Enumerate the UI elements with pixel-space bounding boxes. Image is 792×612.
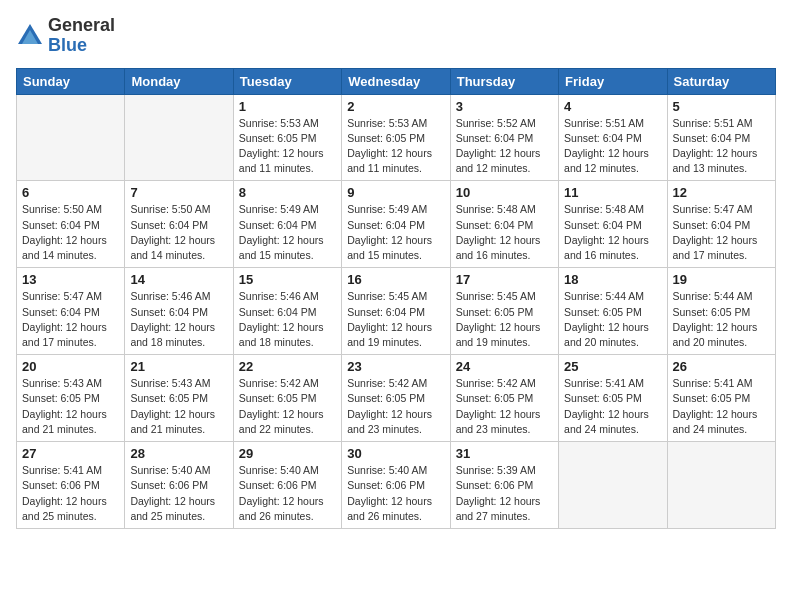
- day-number: 6: [22, 185, 119, 200]
- day-number: 17: [456, 272, 553, 287]
- calendar-cell: 4Sunrise: 5:51 AM Sunset: 6:04 PM Daylig…: [559, 94, 667, 181]
- logo-blue-text: Blue: [48, 35, 87, 55]
- column-header-tuesday: Tuesday: [233, 68, 341, 94]
- calendar-cell: 25Sunrise: 5:41 AM Sunset: 6:05 PM Dayli…: [559, 355, 667, 442]
- day-number: 11: [564, 185, 661, 200]
- day-info: Sunrise: 5:47 AM Sunset: 6:04 PM Dayligh…: [22, 289, 119, 350]
- calendar-cell: 6Sunrise: 5:50 AM Sunset: 6:04 PM Daylig…: [17, 181, 125, 268]
- day-number: 10: [456, 185, 553, 200]
- logo-icon: [16, 22, 44, 50]
- day-number: 29: [239, 446, 336, 461]
- day-number: 1: [239, 99, 336, 114]
- calendar-cell: 11Sunrise: 5:48 AM Sunset: 6:04 PM Dayli…: [559, 181, 667, 268]
- calendar-cell: 20Sunrise: 5:43 AM Sunset: 6:05 PM Dayli…: [17, 355, 125, 442]
- calendar-cell: 5Sunrise: 5:51 AM Sunset: 6:04 PM Daylig…: [667, 94, 775, 181]
- day-info: Sunrise: 5:48 AM Sunset: 6:04 PM Dayligh…: [456, 202, 553, 263]
- day-number: 23: [347, 359, 444, 374]
- calendar-week-row: 13Sunrise: 5:47 AM Sunset: 6:04 PM Dayli…: [17, 268, 776, 355]
- day-number: 14: [130, 272, 227, 287]
- day-number: 15: [239, 272, 336, 287]
- day-info: Sunrise: 5:53 AM Sunset: 6:05 PM Dayligh…: [347, 116, 444, 177]
- day-number: 30: [347, 446, 444, 461]
- calendar-cell: 7Sunrise: 5:50 AM Sunset: 6:04 PM Daylig…: [125, 181, 233, 268]
- day-info: Sunrise: 5:42 AM Sunset: 6:05 PM Dayligh…: [347, 376, 444, 437]
- day-info: Sunrise: 5:53 AM Sunset: 6:05 PM Dayligh…: [239, 116, 336, 177]
- day-info: Sunrise: 5:39 AM Sunset: 6:06 PM Dayligh…: [456, 463, 553, 524]
- calendar-week-row: 27Sunrise: 5:41 AM Sunset: 6:06 PM Dayli…: [17, 442, 776, 529]
- calendar-cell: 3Sunrise: 5:52 AM Sunset: 6:04 PM Daylig…: [450, 94, 558, 181]
- calendar-cell: 16Sunrise: 5:45 AM Sunset: 6:04 PM Dayli…: [342, 268, 450, 355]
- day-number: 27: [22, 446, 119, 461]
- calendar-cell: 14Sunrise: 5:46 AM Sunset: 6:04 PM Dayli…: [125, 268, 233, 355]
- day-number: 19: [673, 272, 770, 287]
- day-info: Sunrise: 5:49 AM Sunset: 6:04 PM Dayligh…: [347, 202, 444, 263]
- day-info: Sunrise: 5:41 AM Sunset: 6:06 PM Dayligh…: [22, 463, 119, 524]
- calendar-week-row: 1Sunrise: 5:53 AM Sunset: 6:05 PM Daylig…: [17, 94, 776, 181]
- day-info: Sunrise: 5:40 AM Sunset: 6:06 PM Dayligh…: [239, 463, 336, 524]
- day-info: Sunrise: 5:43 AM Sunset: 6:05 PM Dayligh…: [22, 376, 119, 437]
- day-info: Sunrise: 5:51 AM Sunset: 6:04 PM Dayligh…: [673, 116, 770, 177]
- calendar-cell: 24Sunrise: 5:42 AM Sunset: 6:05 PM Dayli…: [450, 355, 558, 442]
- column-header-friday: Friday: [559, 68, 667, 94]
- calendar-cell: 21Sunrise: 5:43 AM Sunset: 6:05 PM Dayli…: [125, 355, 233, 442]
- day-number: 21: [130, 359, 227, 374]
- day-info: Sunrise: 5:49 AM Sunset: 6:04 PM Dayligh…: [239, 202, 336, 263]
- day-info: Sunrise: 5:42 AM Sunset: 6:05 PM Dayligh…: [456, 376, 553, 437]
- day-info: Sunrise: 5:48 AM Sunset: 6:04 PM Dayligh…: [564, 202, 661, 263]
- day-info: Sunrise: 5:46 AM Sunset: 6:04 PM Dayligh…: [239, 289, 336, 350]
- day-number: 22: [239, 359, 336, 374]
- calendar-cell: 31Sunrise: 5:39 AM Sunset: 6:06 PM Dayli…: [450, 442, 558, 529]
- day-info: Sunrise: 5:40 AM Sunset: 6:06 PM Dayligh…: [130, 463, 227, 524]
- day-number: 13: [22, 272, 119, 287]
- calendar-cell: 15Sunrise: 5:46 AM Sunset: 6:04 PM Dayli…: [233, 268, 341, 355]
- day-number: 9: [347, 185, 444, 200]
- calendar-cell: 8Sunrise: 5:49 AM Sunset: 6:04 PM Daylig…: [233, 181, 341, 268]
- calendar-cell: 23Sunrise: 5:42 AM Sunset: 6:05 PM Dayli…: [342, 355, 450, 442]
- calendar-cell: 29Sunrise: 5:40 AM Sunset: 6:06 PM Dayli…: [233, 442, 341, 529]
- calendar-cell: 19Sunrise: 5:44 AM Sunset: 6:05 PM Dayli…: [667, 268, 775, 355]
- calendar-cell: [17, 94, 125, 181]
- calendar-cell: [125, 94, 233, 181]
- day-info: Sunrise: 5:50 AM Sunset: 6:04 PM Dayligh…: [22, 202, 119, 263]
- calendar-cell: 27Sunrise: 5:41 AM Sunset: 6:06 PM Dayli…: [17, 442, 125, 529]
- day-number: 4: [564, 99, 661, 114]
- column-header-sunday: Sunday: [17, 68, 125, 94]
- column-header-thursday: Thursday: [450, 68, 558, 94]
- day-number: 28: [130, 446, 227, 461]
- calendar-cell: 10Sunrise: 5:48 AM Sunset: 6:04 PM Dayli…: [450, 181, 558, 268]
- calendar-cell: 30Sunrise: 5:40 AM Sunset: 6:06 PM Dayli…: [342, 442, 450, 529]
- calendar-week-row: 20Sunrise: 5:43 AM Sunset: 6:05 PM Dayli…: [17, 355, 776, 442]
- day-info: Sunrise: 5:45 AM Sunset: 6:05 PM Dayligh…: [456, 289, 553, 350]
- calendar-week-row: 6Sunrise: 5:50 AM Sunset: 6:04 PM Daylig…: [17, 181, 776, 268]
- day-info: Sunrise: 5:41 AM Sunset: 6:05 PM Dayligh…: [673, 376, 770, 437]
- calendar-cell: 2Sunrise: 5:53 AM Sunset: 6:05 PM Daylig…: [342, 94, 450, 181]
- calendar-cell: [559, 442, 667, 529]
- day-info: Sunrise: 5:44 AM Sunset: 6:05 PM Dayligh…: [564, 289, 661, 350]
- day-info: Sunrise: 5:45 AM Sunset: 6:04 PM Dayligh…: [347, 289, 444, 350]
- day-number: 12: [673, 185, 770, 200]
- day-info: Sunrise: 5:41 AM Sunset: 6:05 PM Dayligh…: [564, 376, 661, 437]
- calendar-cell: 12Sunrise: 5:47 AM Sunset: 6:04 PM Dayli…: [667, 181, 775, 268]
- calendar-header-row: SundayMondayTuesdayWednesdayThursdayFrid…: [17, 68, 776, 94]
- calendar-cell: 28Sunrise: 5:40 AM Sunset: 6:06 PM Dayli…: [125, 442, 233, 529]
- calendar-cell: [667, 442, 775, 529]
- calendar-cell: 13Sunrise: 5:47 AM Sunset: 6:04 PM Dayli…: [17, 268, 125, 355]
- logo: General Blue: [16, 16, 115, 56]
- day-number: 7: [130, 185, 227, 200]
- day-number: 25: [564, 359, 661, 374]
- day-number: 20: [22, 359, 119, 374]
- calendar-cell: 22Sunrise: 5:42 AM Sunset: 6:05 PM Dayli…: [233, 355, 341, 442]
- day-info: Sunrise: 5:51 AM Sunset: 6:04 PM Dayligh…: [564, 116, 661, 177]
- day-info: Sunrise: 5:46 AM Sunset: 6:04 PM Dayligh…: [130, 289, 227, 350]
- day-number: 31: [456, 446, 553, 461]
- day-info: Sunrise: 5:42 AM Sunset: 6:05 PM Dayligh…: [239, 376, 336, 437]
- day-info: Sunrise: 5:52 AM Sunset: 6:04 PM Dayligh…: [456, 116, 553, 177]
- day-number: 18: [564, 272, 661, 287]
- column-header-monday: Monday: [125, 68, 233, 94]
- calendar-cell: 18Sunrise: 5:44 AM Sunset: 6:05 PM Dayli…: [559, 268, 667, 355]
- column-header-saturday: Saturday: [667, 68, 775, 94]
- day-number: 24: [456, 359, 553, 374]
- day-number: 5: [673, 99, 770, 114]
- page-header: General Blue: [16, 16, 776, 56]
- day-info: Sunrise: 5:44 AM Sunset: 6:05 PM Dayligh…: [673, 289, 770, 350]
